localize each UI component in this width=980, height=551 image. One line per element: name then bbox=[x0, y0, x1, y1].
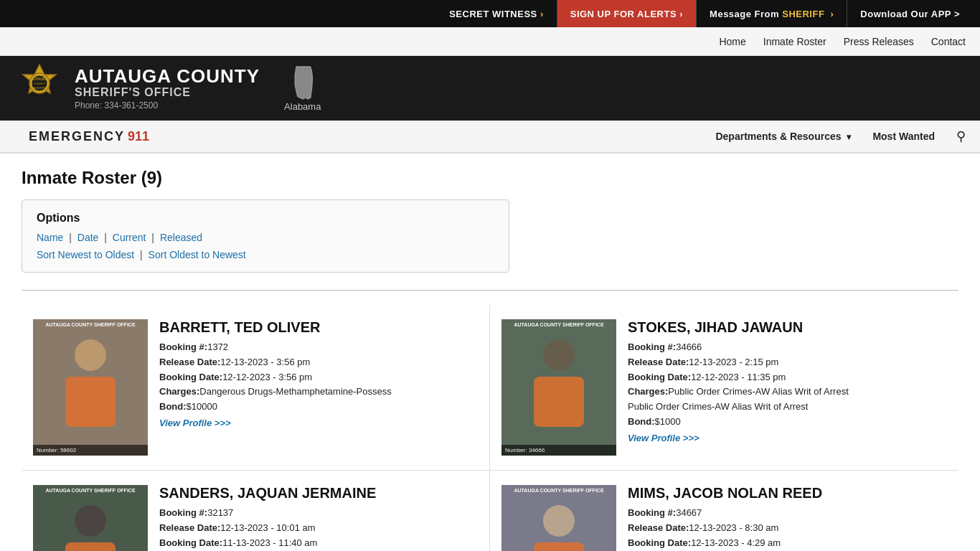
person-silhouette-icon bbox=[55, 334, 126, 427]
departments-resources-label: Departments & Resources bbox=[715, 131, 841, 142]
svg-text:SHERIFF: SHERIFF bbox=[33, 86, 46, 90]
inmate-name-barrett: BARRETT, TED OLIVER bbox=[159, 319, 478, 336]
filter-released[interactable]: Released bbox=[160, 232, 202, 243]
logo-area: AUTAUGA COUNTY SHERIFF AUTAUGA COUNTY SH… bbox=[14, 63, 321, 113]
svg-point-10 bbox=[75, 505, 106, 537]
emergency-block: EMERGENCY 911 bbox=[29, 129, 149, 144]
phone-number: Phone: 334-361-2500 bbox=[75, 100, 260, 110]
state-name: Alabama bbox=[284, 101, 321, 112]
agency-title-block: AUTAUGA COUNTY SHERIFF'S OFFICE Phone: 3… bbox=[75, 66, 260, 111]
top-bar: SECRET WITNESS › SIGN UP FOR ALERTS › Me… bbox=[0, 0, 980, 27]
section-divider bbox=[22, 290, 958, 291]
inmate-photo-barrett: AUTAUGA COUNTY SHERIFF OFFICE Number: 58… bbox=[33, 319, 148, 456]
download-app-btn[interactable]: Download Our APP > bbox=[847, 0, 973, 27]
inmate-card-stokes: AUTAUGA COUNTY SHERIFF OFFICE Number: 34… bbox=[490, 305, 958, 471]
view-profile-stokes[interactable]: View Profile >>> bbox=[628, 433, 947, 443]
header-main: AUTAUGA COUNTY SHERIFF AUTAUGA COUNTY SH… bbox=[0, 56, 980, 121]
page-title: Inmate Roster (9) bbox=[22, 168, 958, 188]
nav-home[interactable]: Home bbox=[719, 36, 745, 47]
emergency-label: EMERGENCY bbox=[29, 129, 125, 143]
svg-rect-9 bbox=[534, 377, 584, 427]
header-secondary: EMERGENCY 911 Departments & Resources ▾ … bbox=[0, 121, 980, 154]
inmate-photo-mims: AUTAUGA COUNTY SHERIFF OFFICE Number: 34… bbox=[501, 485, 616, 551]
inmate-card-sanders: AUTAUGA COUNTY SHERIFF OFFICE Number: 32… bbox=[22, 471, 490, 551]
inmate-grid: AUTAUGA COUNTY SHERIFF OFFICE Number: 58… bbox=[22, 305, 958, 551]
sort-links: Sort Newest to Oldest | Sort Oldest to N… bbox=[37, 249, 494, 260]
inmate-name-sanders: SANDERS, JAQUAN JERMAINE bbox=[159, 485, 478, 501]
search-icon: ⚲ bbox=[956, 129, 966, 143]
search-button[interactable]: ⚲ bbox=[956, 128, 966, 144]
inmate-info-sanders: SANDERS, JAQUAN JERMAINE Booking #:32137… bbox=[159, 485, 478, 551]
options-box: Options Name | Date | Current | Released… bbox=[22, 199, 509, 273]
main-content: Inmate Roster (9) Options Name | Date | … bbox=[0, 154, 980, 551]
options-title: Options bbox=[37, 212, 494, 225]
most-wanted-label: Most Wanted bbox=[872, 131, 935, 142]
dropdown-arrow-icon: ▾ bbox=[847, 132, 851, 142]
view-profile-barrett[interactable]: View Profile >>> bbox=[159, 418, 478, 428]
person-silhouette-icon-4 bbox=[523, 499, 595, 551]
inmate-name-mims: MIMS, JACOB NOLAN REED bbox=[628, 485, 947, 501]
emergency-number: 911 bbox=[128, 129, 149, 143]
filter-date[interactable]: Date bbox=[77, 232, 99, 243]
agency-name: AUTAUGA COUNTY bbox=[75, 66, 260, 87]
inmate-card-barrett: AUTAUGA COUNTY SHERIFF OFFICE Number: 58… bbox=[22, 305, 490, 471]
inmate-card-mims: AUTAUGA COUNTY SHERIFF OFFICE Number: 34… bbox=[490, 471, 958, 551]
nav-inmate-roster[interactable]: Inmate Roster bbox=[763, 36, 826, 47]
svg-text:COUNTY: COUNTY bbox=[34, 82, 46, 85]
sign-up-alerts-btn[interactable]: SIGN UP FOR ALERTS › bbox=[557, 0, 697, 27]
state-block: Alabama bbox=[284, 65, 321, 112]
svg-point-8 bbox=[543, 339, 575, 371]
svg-rect-11 bbox=[65, 542, 116, 551]
inmate-info-mims: MIMS, JACOB NOLAN REED Booking #:34667 R… bbox=[628, 485, 947, 551]
inmate-info-stokes: STOKES, JIHAD JAWAUN Booking #:34666 Rel… bbox=[628, 319, 947, 443]
inmate-info-barrett: BARRETT, TED OLIVER Booking #:1372 Relea… bbox=[159, 319, 478, 428]
alabama-map-icon bbox=[288, 65, 317, 101]
inmate-name-stokes: STOKES, JIHAD JAWAUN bbox=[628, 319, 947, 336]
sort-oldest[interactable]: Sort Oldest to Newest bbox=[149, 249, 246, 260]
secret-witness-label: SECRET WITNESS › bbox=[449, 9, 544, 19]
departments-resources-nav[interactable]: Departments & Resources ▾ bbox=[715, 131, 851, 142]
filter-name[interactable]: Name bbox=[37, 232, 63, 243]
message-sheriff-btn[interactable]: Message From SHERIFF › bbox=[697, 0, 847, 27]
header-nav-top: Home Inmate Roster Press Releases Contac… bbox=[0, 27, 980, 56]
svg-point-6 bbox=[75, 339, 106, 371]
sheriff-badge-icon: AUTAUGA COUNTY SHERIFF bbox=[14, 63, 65, 113]
svg-rect-7 bbox=[65, 377, 116, 427]
svg-text:AUTAUGA: AUTAUGA bbox=[31, 77, 49, 81]
most-wanted-nav[interactable]: Most Wanted bbox=[872, 131, 935, 142]
sort-newest[interactable]: Sort Newest to Oldest bbox=[37, 249, 134, 260]
message-sheriff-label: Message From SHERIFF › bbox=[710, 9, 834, 19]
nav-contact[interactable]: Contact bbox=[931, 36, 966, 47]
inmate-photo-sanders: AUTAUGA COUNTY SHERIFF OFFICE Number: 32… bbox=[33, 485, 148, 551]
filter-current[interactable]: Current bbox=[113, 232, 146, 243]
secret-witness-btn[interactable]: SECRET WITNESS › bbox=[436, 0, 557, 27]
svg-rect-13 bbox=[534, 542, 584, 551]
sheriff-office-label: SHERIFF'S OFFICE bbox=[75, 86, 260, 99]
inmate-photo-stokes: AUTAUGA COUNTY SHERIFF OFFICE Number: 34… bbox=[501, 319, 616, 456]
person-silhouette-icon-2 bbox=[523, 334, 595, 427]
sign-up-alerts-label: SIGN UP FOR ALERTS › bbox=[570, 9, 683, 19]
nav-press-releases[interactable]: Press Releases bbox=[844, 36, 914, 47]
download-app-label: Download Our APP > bbox=[860, 9, 960, 19]
svg-point-12 bbox=[543, 505, 575, 537]
filter-links: Name | Date | Current | Released bbox=[37, 232, 494, 243]
person-silhouette-icon-3 bbox=[55, 499, 126, 551]
